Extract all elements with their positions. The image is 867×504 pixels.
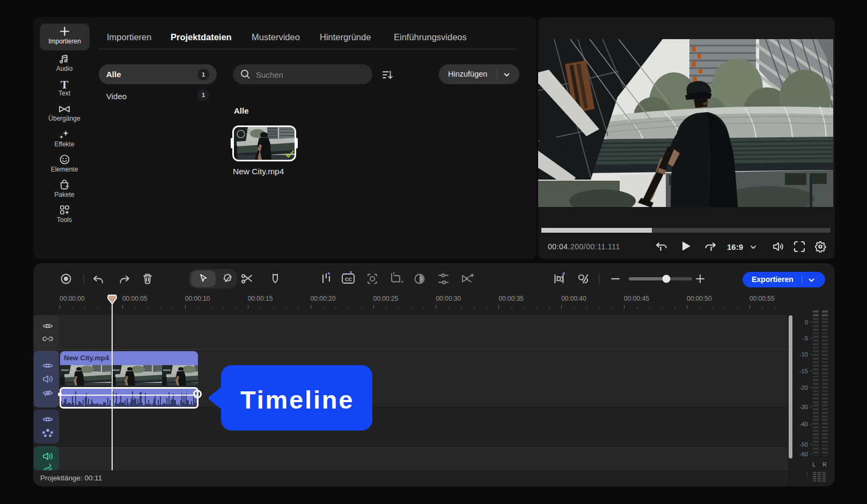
svg-text:Timeline: Timeline: [240, 386, 354, 414]
svg-text:CC: CC: [345, 277, 352, 282]
